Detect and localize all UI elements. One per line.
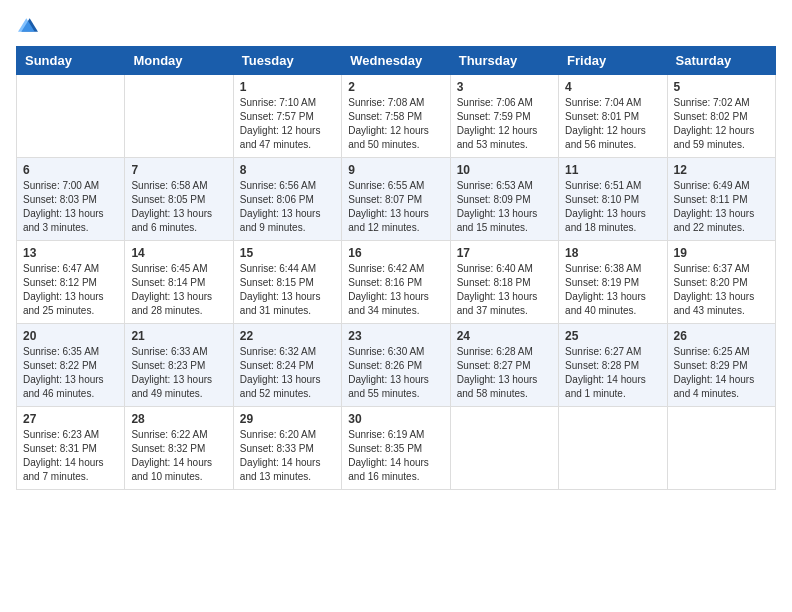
cell-content: Sunrise: 7:10 AM Sunset: 7:57 PM Dayligh… — [240, 96, 335, 152]
cell-content: Sunrise: 6:25 AM Sunset: 8:29 PM Dayligh… — [674, 345, 769, 401]
day-number: 21 — [131, 329, 226, 343]
sunrise-text: Sunrise: 7:10 AM — [240, 97, 316, 108]
sunrise-text: Sunrise: 6:45 AM — [131, 263, 207, 274]
sunrise-text: Sunrise: 6:42 AM — [348, 263, 424, 274]
day-number: 1 — [240, 80, 335, 94]
sunset-text: Sunset: 8:18 PM — [457, 277, 531, 288]
cell-content: Sunrise: 6:42 AM Sunset: 8:16 PM Dayligh… — [348, 262, 443, 318]
sunset-text: Sunset: 8:26 PM — [348, 360, 422, 371]
daylight-text: Daylight: 13 hours and 34 minutes. — [348, 291, 429, 316]
sunrise-text: Sunrise: 7:04 AM — [565, 97, 641, 108]
cell-content: Sunrise: 6:28 AM Sunset: 8:27 PM Dayligh… — [457, 345, 552, 401]
calendar-table: SundayMondayTuesdayWednesdayThursdayFrid… — [16, 46, 776, 490]
sunset-text: Sunset: 8:23 PM — [131, 360, 205, 371]
sunrise-text: Sunrise: 6:33 AM — [131, 346, 207, 357]
sunset-text: Sunset: 8:20 PM — [674, 277, 748, 288]
daylight-text: Daylight: 13 hours and 31 minutes. — [240, 291, 321, 316]
day-number: 16 — [348, 246, 443, 260]
cell-content: Sunrise: 7:08 AM Sunset: 7:58 PM Dayligh… — [348, 96, 443, 152]
cell-content: Sunrise: 6:58 AM Sunset: 8:05 PM Dayligh… — [131, 179, 226, 235]
sunrise-text: Sunrise: 6:53 AM — [457, 180, 533, 191]
calendar-cell: 12 Sunrise: 6:49 AM Sunset: 8:11 PM Dayl… — [667, 158, 775, 241]
day-number: 17 — [457, 246, 552, 260]
day-number: 20 — [23, 329, 118, 343]
calendar-cell: 4 Sunrise: 7:04 AM Sunset: 8:01 PM Dayli… — [559, 75, 667, 158]
sunset-text: Sunset: 8:15 PM — [240, 277, 314, 288]
day-number: 2 — [348, 80, 443, 94]
daylight-text: Daylight: 13 hours and 12 minutes. — [348, 208, 429, 233]
cell-content: Sunrise: 6:20 AM Sunset: 8:33 PM Dayligh… — [240, 428, 335, 484]
sunrise-text: Sunrise: 6:30 AM — [348, 346, 424, 357]
cell-content: Sunrise: 6:44 AM Sunset: 8:15 PM Dayligh… — [240, 262, 335, 318]
logo — [16, 16, 38, 34]
daylight-text: Daylight: 12 hours and 47 minutes. — [240, 125, 321, 150]
sunrise-text: Sunrise: 6:49 AM — [674, 180, 750, 191]
daylight-text: Daylight: 13 hours and 43 minutes. — [674, 291, 755, 316]
daylight-text: Daylight: 14 hours and 1 minute. — [565, 374, 646, 399]
day-number: 24 — [457, 329, 552, 343]
day-number: 26 — [674, 329, 769, 343]
calendar-cell: 15 Sunrise: 6:44 AM Sunset: 8:15 PM Dayl… — [233, 241, 341, 324]
calendar-week-row: 6 Sunrise: 7:00 AM Sunset: 8:03 PM Dayli… — [17, 158, 776, 241]
day-number: 18 — [565, 246, 660, 260]
daylight-text: Daylight: 13 hours and 18 minutes. — [565, 208, 646, 233]
sunset-text: Sunset: 8:35 PM — [348, 443, 422, 454]
day-number: 22 — [240, 329, 335, 343]
sunset-text: Sunset: 8:16 PM — [348, 277, 422, 288]
sunrise-text: Sunrise: 6:58 AM — [131, 180, 207, 191]
logo-icon — [18, 16, 38, 34]
sunset-text: Sunset: 8:01 PM — [565, 111, 639, 122]
sunrise-text: Sunrise: 6:35 AM — [23, 346, 99, 357]
sunset-text: Sunset: 8:12 PM — [23, 277, 97, 288]
day-number: 19 — [674, 246, 769, 260]
cell-content: Sunrise: 6:49 AM Sunset: 8:11 PM Dayligh… — [674, 179, 769, 235]
cell-content: Sunrise: 6:27 AM Sunset: 8:28 PM Dayligh… — [565, 345, 660, 401]
day-number: 15 — [240, 246, 335, 260]
daylight-text: Daylight: 13 hours and 58 minutes. — [457, 374, 538, 399]
calendar-cell: 18 Sunrise: 6:38 AM Sunset: 8:19 PM Dayl… — [559, 241, 667, 324]
daylight-text: Daylight: 13 hours and 28 minutes. — [131, 291, 212, 316]
sunset-text: Sunset: 8:19 PM — [565, 277, 639, 288]
cell-content: Sunrise: 6:35 AM Sunset: 8:22 PM Dayligh… — [23, 345, 118, 401]
calendar-cell: 2 Sunrise: 7:08 AM Sunset: 7:58 PM Dayli… — [342, 75, 450, 158]
day-number: 3 — [457, 80, 552, 94]
day-number: 10 — [457, 163, 552, 177]
sunset-text: Sunset: 7:58 PM — [348, 111, 422, 122]
cell-content: Sunrise: 6:33 AM Sunset: 8:23 PM Dayligh… — [131, 345, 226, 401]
calendar-cell: 3 Sunrise: 7:06 AM Sunset: 7:59 PM Dayli… — [450, 75, 558, 158]
sunset-text: Sunset: 8:32 PM — [131, 443, 205, 454]
calendar-cell: 25 Sunrise: 6:27 AM Sunset: 8:28 PM Dayl… — [559, 324, 667, 407]
day-number: 7 — [131, 163, 226, 177]
daylight-text: Daylight: 13 hours and 15 minutes. — [457, 208, 538, 233]
page-header — [16, 16, 776, 34]
daylight-text: Daylight: 13 hours and 25 minutes. — [23, 291, 104, 316]
day-number: 14 — [131, 246, 226, 260]
calendar-cell — [559, 407, 667, 490]
cell-content: Sunrise: 6:40 AM Sunset: 8:18 PM Dayligh… — [457, 262, 552, 318]
sunset-text: Sunset: 8:28 PM — [565, 360, 639, 371]
day-number: 12 — [674, 163, 769, 177]
day-number: 11 — [565, 163, 660, 177]
calendar-cell: 19 Sunrise: 6:37 AM Sunset: 8:20 PM Dayl… — [667, 241, 775, 324]
sunset-text: Sunset: 8:22 PM — [23, 360, 97, 371]
daylight-text: Daylight: 13 hours and 3 minutes. — [23, 208, 104, 233]
day-number: 30 — [348, 412, 443, 426]
sunset-text: Sunset: 7:57 PM — [240, 111, 314, 122]
sunset-text: Sunset: 8:31 PM — [23, 443, 97, 454]
calendar-week-row: 13 Sunrise: 6:47 AM Sunset: 8:12 PM Dayl… — [17, 241, 776, 324]
day-number: 6 — [23, 163, 118, 177]
day-number: 9 — [348, 163, 443, 177]
cell-content: Sunrise: 6:37 AM Sunset: 8:20 PM Dayligh… — [674, 262, 769, 318]
sunset-text: Sunset: 8:07 PM — [348, 194, 422, 205]
sunset-text: Sunset: 8:05 PM — [131, 194, 205, 205]
cell-content: Sunrise: 6:55 AM Sunset: 8:07 PM Dayligh… — [348, 179, 443, 235]
day-number: 23 — [348, 329, 443, 343]
calendar-cell: 11 Sunrise: 6:51 AM Sunset: 8:10 PM Dayl… — [559, 158, 667, 241]
calendar-cell: 6 Sunrise: 7:00 AM Sunset: 8:03 PM Dayli… — [17, 158, 125, 241]
daylight-text: Daylight: 13 hours and 40 minutes. — [565, 291, 646, 316]
calendar-cell — [125, 75, 233, 158]
calendar-cell: 8 Sunrise: 6:56 AM Sunset: 8:06 PM Dayli… — [233, 158, 341, 241]
cell-content: Sunrise: 6:56 AM Sunset: 8:06 PM Dayligh… — [240, 179, 335, 235]
calendar-cell: 20 Sunrise: 6:35 AM Sunset: 8:22 PM Dayl… — [17, 324, 125, 407]
cell-content: Sunrise: 6:51 AM Sunset: 8:10 PM Dayligh… — [565, 179, 660, 235]
